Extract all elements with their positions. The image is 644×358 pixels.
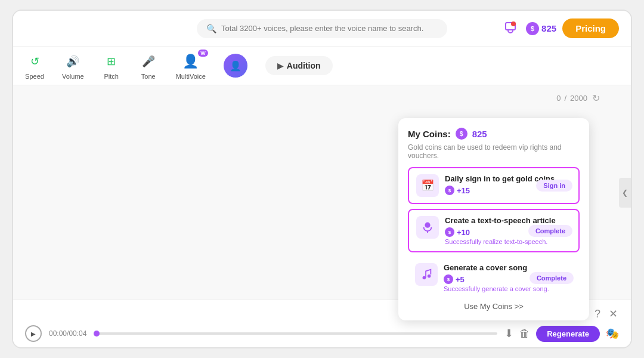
reward-plus-amount-3: +5 bbox=[456, 275, 465, 284]
svg-point-5 bbox=[428, 274, 431, 278]
svg-point-2 bbox=[425, 223, 430, 228]
coin-amount: 825 bbox=[541, 23, 556, 33]
play-icon: ▶ bbox=[277, 61, 283, 70]
avatar[interactable]: 👤 bbox=[224, 54, 247, 78]
multivoice-label: MultiVoice bbox=[176, 73, 206, 80]
audition-label: Audition bbox=[287, 61, 321, 70]
coin-icon: $ bbox=[526, 22, 539, 35]
tool-speed[interactable]: ↺ Speed bbox=[25, 52, 44, 80]
notification-button[interactable] bbox=[501, 18, 520, 39]
reward-icon-music bbox=[415, 263, 438, 286]
counter-separator: / bbox=[564, 94, 566, 103]
reward-coin-icon-3: $ bbox=[444, 274, 453, 284]
microphone-icon bbox=[421, 220, 434, 233]
main-content: 0 / 2000 ↻ ❮ My Coins: $ 825 Gold coins … bbox=[13, 85, 631, 300]
music-icon bbox=[420, 268, 433, 281]
coins-popup: My Coins: $ 825 Gold coins can be used t… bbox=[398, 118, 589, 320]
delete-button[interactable]: 🗑 bbox=[519, 328, 530, 340]
coins-popup-amount: 825 bbox=[472, 129, 487, 139]
counter-max: 2000 bbox=[570, 94, 587, 103]
search-icon: 🔍 bbox=[206, 24, 216, 33]
coin-balance-button[interactable]: $ 825 bbox=[526, 22, 556, 35]
download-button[interactable]: ⬇ bbox=[504, 327, 513, 340]
player-right-btns: ⬇ 🗑 Regenerate 🎭 bbox=[504, 326, 619, 342]
use-coins-link[interactable]: Use My Coins >> bbox=[408, 302, 580, 311]
counter-current: 0 bbox=[556, 94, 561, 103]
coins-popup-desc: Gold coins can be used to redeem vip rig… bbox=[408, 143, 580, 160]
multivoice-icon: 👤 bbox=[181, 52, 200, 71]
pricing-button[interactable]: Pricing bbox=[562, 18, 619, 38]
voice-settings-button[interactable]: 🎭 bbox=[606, 327, 619, 340]
reward-success-tts: Successfully realize text-to-speech. bbox=[445, 238, 571, 245]
counter-row: 0 / 2000 ↻ bbox=[556, 91, 601, 105]
app-container: 🔍 $ 825 Pricing ↺ Speed 🔊 bbox=[12, 10, 632, 348]
volume-icon: 🔊 bbox=[63, 52, 82, 71]
reward-coin-icon-1: $ bbox=[445, 186, 454, 195]
speed-icon: ↺ bbox=[25, 52, 44, 71]
reward-success-coversong: Successfully generate a cover song. bbox=[444, 285, 572, 292]
refresh-button[interactable]: ↻ bbox=[591, 91, 601, 105]
close-button[interactable]: ✕ bbox=[608, 306, 619, 322]
svg-point-1 bbox=[511, 21, 516, 26]
notification-icon bbox=[503, 20, 518, 35]
coins-popup-title: My Coins: bbox=[408, 129, 451, 139]
sidebar-toggle[interactable]: ❮ bbox=[619, 178, 631, 208]
avatar-image: 👤 bbox=[224, 54, 247, 78]
pitch-label: Pitch bbox=[104, 73, 118, 80]
volume-label: Volume bbox=[62, 73, 84, 80]
search-bar[interactable]: 🔍 bbox=[197, 19, 447, 38]
time-display: 00:00/00:04 bbox=[49, 329, 86, 338]
tool-volume[interactable]: 🔊 Volume bbox=[62, 52, 84, 80]
coins-popup-header: My Coins: $ 825 bbox=[408, 128, 580, 140]
pitch-icon: ⊞ bbox=[102, 52, 121, 71]
speed-label: Speed bbox=[25, 73, 44, 80]
search-input[interactable] bbox=[221, 24, 438, 33]
reward-icon-calendar: 📅 bbox=[416, 174, 439, 197]
audition-button[interactable]: ▶ Audition bbox=[265, 56, 333, 75]
reward-icon-tts bbox=[416, 216, 439, 239]
multivoice-badge: W bbox=[198, 50, 208, 57]
tone-icon: 🎤 bbox=[139, 52, 158, 71]
coins-popup-coin-icon: $ bbox=[456, 128, 467, 140]
reward-plus-amount-1: +15 bbox=[457, 186, 470, 195]
sign-in-button[interactable]: Sign in bbox=[536, 180, 572, 192]
tone-label: Tone bbox=[141, 73, 156, 80]
complete-tts-button[interactable]: Complete bbox=[528, 225, 572, 237]
reward-title-tts: Create a text-to-speech article bbox=[445, 216, 571, 225]
help-button[interactable]: ? bbox=[593, 306, 602, 322]
play-pause-button[interactable]: ▶ bbox=[25, 325, 42, 342]
toolbar: ↺ Speed 🔊 Volume ⊞ Pitch 🎤 Tone 👤 W Mult… bbox=[13, 47, 631, 85]
reward-item-signin: 📅 Daily sign in to get gold coins $ +15 … bbox=[408, 167, 580, 204]
progress-bar[interactable] bbox=[94, 332, 497, 335]
progress-dot bbox=[94, 331, 100, 337]
player-controls-row: ▶ 00:00/00:04 ⬇ 🗑 Regenerate 🎭 bbox=[25, 325, 619, 342]
reward-item-coversong: Generate a cover song $ +5 Successfully … bbox=[408, 257, 580, 298]
reward-item-tts: Create a text-to-speech article $ +10 Su… bbox=[408, 209, 580, 252]
header-right: $ 825 Pricing bbox=[501, 18, 619, 39]
tool-tone[interactable]: 🎤 Tone bbox=[139, 52, 158, 80]
reward-coin-icon-2: $ bbox=[445, 227, 454, 237]
time-current: 00:00 bbox=[49, 329, 67, 338]
tool-pitch[interactable]: ⊞ Pitch bbox=[102, 52, 121, 80]
time-total: 00:04 bbox=[69, 329, 86, 338]
tool-multivoice[interactable]: 👤 W MultiVoice bbox=[176, 52, 206, 80]
header: 🔍 $ 825 Pricing bbox=[13, 11, 631, 47]
complete-coversong-button[interactable]: Complete bbox=[530, 272, 574, 284]
reward-title-coversong: Generate a cover song bbox=[444, 263, 572, 272]
tts-icon bbox=[421, 220, 434, 235]
reward-plus-amount-2: +10 bbox=[457, 228, 470, 237]
regenerate-button[interactable]: Regenerate bbox=[536, 326, 600, 342]
